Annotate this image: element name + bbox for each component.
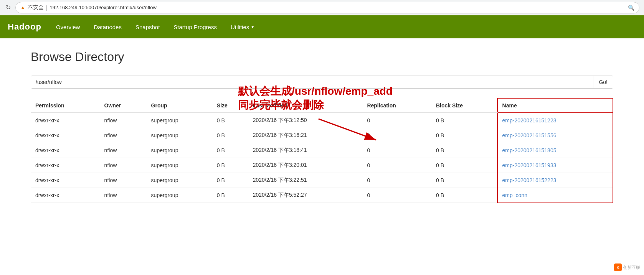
cell-block-size: 0 B bbox=[431, 128, 497, 143]
security-warning-icon: ▲ bbox=[20, 5, 25, 10]
cell-permission: drwxr-xr-x bbox=[31, 188, 100, 203]
security-text: 不安全 bbox=[28, 4, 44, 11]
table-row: drwxr-xr-xnflowsupergroup0 B2020/2/16 下午… bbox=[31, 173, 613, 188]
directory-table: Permission Owner Group Size Last Modifie… bbox=[31, 98, 613, 203]
cell-owner: nflow bbox=[100, 158, 147, 173]
cell-size: 0 B bbox=[212, 158, 248, 173]
file-link[interactable]: emp_conn bbox=[502, 192, 527, 198]
main-content: Browse Directory 默认会生成/usr/nflow/emp_add… bbox=[0, 38, 644, 215]
cell-owner: nflow bbox=[100, 113, 147, 128]
cell-permission: drwxr-xr-x bbox=[31, 128, 100, 143]
annotation-line1: 默认会生成/usr/nflow/emp_add bbox=[238, 84, 393, 98]
navbar-item-utilities[interactable]: Utilities ▼ bbox=[224, 15, 261, 38]
col-header-name: Name bbox=[497, 98, 613, 113]
cell-replication: 0 bbox=[362, 188, 431, 203]
navbar-item-snapshot[interactable]: Snapshot bbox=[129, 15, 167, 38]
file-link[interactable]: emp-20200216151556 bbox=[502, 132, 556, 138]
cell-size: 0 B bbox=[212, 188, 248, 203]
cell-name: emp-20200216152223 bbox=[497, 173, 613, 188]
annotation-overlay: 默认会生成/usr/nflow/emp_add 同步完毕就会删除 bbox=[238, 84, 393, 112]
cell-permission: drwxr-xr-x bbox=[31, 173, 100, 188]
cell-last-modified: 2020/2/16 下午3:20:01 bbox=[248, 158, 363, 173]
cell-group: supergroup bbox=[147, 143, 212, 158]
col-header-group: Group bbox=[147, 98, 212, 113]
col-header-block-size: Block Size bbox=[431, 98, 497, 113]
navbar-item-overview[interactable]: Overview bbox=[49, 15, 87, 38]
url-separator: | bbox=[46, 5, 48, 11]
cell-replication: 0 bbox=[362, 173, 431, 188]
cell-size: 0 B bbox=[212, 173, 248, 188]
col-header-permission: Permission bbox=[31, 98, 100, 113]
cell-block-size: 0 B bbox=[431, 158, 497, 173]
cell-name: emp-20200216151556 bbox=[497, 128, 613, 143]
cell-name: emp-20200216151805 bbox=[497, 143, 613, 158]
cell-group: supergroup bbox=[147, 188, 212, 203]
cell-group: supergroup bbox=[147, 113, 212, 128]
file-link[interactable]: emp-20200216151805 bbox=[502, 147, 556, 153]
cell-owner: nflow bbox=[100, 188, 147, 203]
cell-group: supergroup bbox=[147, 128, 212, 143]
cell-block-size: 0 B bbox=[431, 143, 497, 158]
reload-button[interactable]: ↻ bbox=[5, 4, 12, 11]
svg-line-1 bbox=[319, 119, 376, 140]
cell-name: emp_conn bbox=[497, 188, 613, 203]
page-title: Browse Directory bbox=[31, 50, 613, 64]
navbar-brand[interactable]: Hadoop bbox=[8, 22, 41, 32]
annotation-arrow bbox=[315, 115, 384, 146]
utilities-dropdown-arrow: ▼ bbox=[251, 25, 254, 29]
url-text: 192.168.249.10:50070/explorer.html#/user… bbox=[50, 5, 157, 10]
cell-permission: drwxr-xr-x bbox=[31, 113, 100, 128]
cell-last-modified: 2020/2/16 下午5:52:27 bbox=[248, 188, 363, 203]
annotation-line2: 同步完毕就会删除 bbox=[238, 98, 393, 112]
browser-search-icon[interactable]: 🔍 bbox=[628, 5, 634, 11]
cell-permission: drwxr-xr-x bbox=[31, 158, 100, 173]
navbar-item-datanodes[interactable]: Datanodes bbox=[87, 15, 129, 38]
browser-chrome: ↻ ▲ 不安全 | 192.168.249.10:50070/explorer.… bbox=[0, 0, 644, 15]
cell-block-size: 0 B bbox=[431, 188, 497, 203]
cell-group: supergroup bbox=[147, 173, 212, 188]
cell-name: emp-20200216151223 bbox=[497, 113, 613, 128]
cell-owner: nflow bbox=[100, 173, 147, 188]
cell-group: supergroup bbox=[147, 158, 212, 173]
cell-owner: nflow bbox=[100, 143, 147, 158]
cell-block-size: 0 B bbox=[431, 173, 497, 188]
cell-block-size: 0 B bbox=[431, 113, 497, 128]
cell-size: 0 B bbox=[212, 143, 248, 158]
navbar-item-startup-progress[interactable]: Startup Progress bbox=[167, 15, 224, 38]
cell-size: 0 B bbox=[212, 113, 248, 128]
cell-replication: 0 bbox=[362, 158, 431, 173]
col-header-owner: Owner bbox=[100, 98, 147, 113]
file-link[interactable]: emp-20200216152223 bbox=[502, 177, 556, 183]
cell-last-modified: 2020/2/16 下午3:22:51 bbox=[248, 173, 363, 188]
cell-name: emp-20200216151933 bbox=[497, 158, 613, 173]
file-link[interactable]: emp-20200216151933 bbox=[502, 162, 556, 168]
url-bar: ▲ 不安全 | 192.168.249.10:50070/explorer.ht… bbox=[15, 2, 639, 13]
cell-size: 0 B bbox=[212, 128, 248, 143]
table-row: drwxr-xr-xnflowsupergroup0 B2020/2/16 下午… bbox=[31, 188, 613, 203]
table-row: drwxr-xr-xnflowsupergroup0 B2020/2/16 下午… bbox=[31, 158, 613, 173]
utilities-label: Utilities bbox=[231, 24, 249, 30]
file-link[interactable]: emp-20200216151223 bbox=[502, 117, 556, 124]
cell-permission: drwxr-xr-x bbox=[31, 143, 100, 158]
navbar: Hadoop Overview Datanodes Snapshot Start… bbox=[0, 15, 644, 38]
cell-owner: nflow bbox=[100, 128, 147, 143]
go-button[interactable]: Go! bbox=[593, 76, 613, 88]
